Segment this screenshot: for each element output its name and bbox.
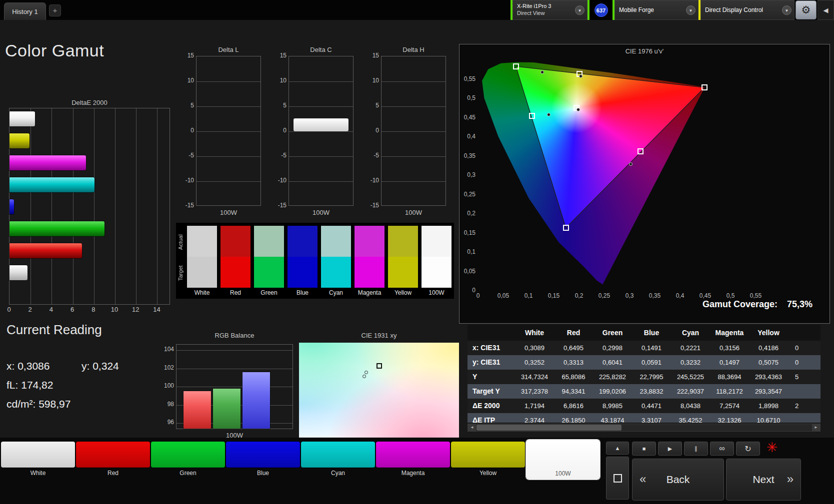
deltae-bar-blue — [10, 199, 14, 214]
continuous-button[interactable]: ∞ — [710, 442, 734, 456]
x-tick: 0,4 — [676, 292, 684, 299]
table-cell: 0,1491 — [632, 341, 671, 355]
play-button[interactable]: ▶ — [658, 442, 682, 456]
error-asterisk-icon[interactable]: ✳ — [764, 440, 780, 456]
y-tick: -15 — [278, 202, 286, 209]
page-title: Color Gamut — [5, 41, 104, 60]
deltae-x-axis: 02468101214 — [9, 306, 170, 314]
patch-label: Green — [151, 470, 225, 477]
patch-button-green[interactable] — [151, 442, 225, 468]
collapse-panel-button[interactable]: ◀ — [818, 0, 834, 20]
y-tick: 0,4 — [460, 133, 476, 140]
scrollbar-thumb[interactable] — [476, 425, 622, 431]
stop-icon: ■ — [642, 446, 646, 452]
gridline — [94, 108, 94, 304]
rgb-balance-title: RGB Balance — [176, 332, 293, 339]
top-bar-controls: X-Rite i1Pro 3 Direct View ▼ 637 Mobile … — [510, 0, 834, 20]
swatch-target — [321, 257, 351, 288]
loop-button[interactable]: ↻ — [736, 442, 760, 456]
swatch-label: Yellow — [388, 288, 418, 298]
cie-1931-field — [299, 343, 459, 438]
table-cell: 10,6710 — [749, 413, 788, 423]
table-cell: 35,4252 — [671, 413, 710, 423]
x-tick: 14 — [153, 306, 160, 313]
square-icon — [614, 474, 622, 483]
stop-button[interactable]: ■ — [632, 442, 656, 456]
y-tick: 10 — [278, 77, 286, 84]
table-cell: 1,8998 — [749, 399, 788, 413]
delta-x-label: 100W — [288, 209, 354, 216]
y-tick: 0 — [185, 127, 194, 134]
x-tick: 0,2 — [575, 292, 584, 299]
display-control-dropdown[interactable]: Direct Display Control ▼ — [700, 0, 794, 20]
table-horizontal-scrollbar[interactable]: ◄ ► — [468, 424, 820, 432]
column-header-red: Red — [554, 325, 593, 341]
patch-button-yellow[interactable] — [451, 442, 525, 468]
table-cell: 222,9037 — [671, 384, 710, 399]
tab-history[interactable]: History 1 — [4, 2, 46, 20]
x-tick: 0,15 — [548, 292, 560, 299]
patch-size-up-button[interactable]: ▲ — [606, 442, 629, 455]
pause-button[interactable]: ∥ — [684, 442, 708, 456]
patch-button-magenta[interactable] — [376, 442, 450, 468]
patch-window-button[interactable] — [606, 457, 629, 500]
table-cell-clipped — [788, 384, 820, 399]
patch-button-white[interactable] — [1, 442, 75, 468]
delta-chart-title: Delta H — [381, 46, 446, 53]
y-tick: 5 — [185, 102, 194, 109]
chevron-left-icon: ◀ — [824, 6, 828, 14]
table-body: x: CIE310,30890,64950,29980,14910,22210,… — [468, 341, 820, 423]
back-button[interactable]: « Back — [632, 459, 724, 501]
table-cell: 2,3744 — [515, 413, 554, 423]
measured-marker-icon — [629, 162, 632, 166]
table-cell: 65,8086 — [554, 370, 593, 384]
swatch-yellow: Yellow — [388, 226, 418, 298]
table-cell-clipped — [788, 413, 820, 423]
patch-button-red[interactable] — [76, 442, 150, 468]
patch-button-100w[interactable]: 100W — [526, 440, 600, 480]
patch-button-blue[interactable] — [226, 442, 300, 468]
row-label: ΔE ITP — [468, 413, 515, 423]
x-tick: 0,3 — [626, 292, 634, 299]
table-cell: 94,3341 — [554, 384, 593, 399]
swatch-target — [354, 257, 384, 288]
source-dropdown[interactable]: Mobile Forge ▼ — [614, 0, 698, 20]
swatch-actual — [254, 226, 284, 257]
table-cell: 293,3547 — [749, 384, 788, 399]
scroll-right-icon[interactable]: ► — [812, 424, 820, 431]
swatch-actual — [321, 226, 351, 257]
patch-label: Magenta — [376, 470, 450, 477]
x-tick: 0,45 — [700, 292, 711, 299]
x-tick: 8 — [92, 306, 95, 313]
table-cell: 0,3232 — [671, 355, 710, 370]
y-tick: -10 — [370, 177, 379, 184]
swatch-actual — [288, 226, 318, 257]
delta-bar — [294, 118, 348, 131]
gridline — [52, 108, 52, 304]
meter-dropdown[interactable]: X-Rite i1Pro 3 Direct View ▼ — [512, 0, 588, 20]
actual-target-swatches: Actual Target WhiteRedGreenBlueCyanMagen… — [176, 223, 454, 299]
gridline — [289, 106, 353, 107]
row-label: y: CIE31 — [468, 355, 515, 370]
chevrons-right-icon: » — [787, 459, 794, 499]
y-tick: 5 — [278, 102, 286, 109]
delta-plot-area — [288, 56, 354, 206]
swatch-label: Magenta — [354, 288, 384, 298]
scroll-left-icon[interactable]: ◄ — [468, 424, 476, 431]
delta-chart-title: Delta L — [196, 46, 261, 53]
target-marker-icon — [513, 63, 519, 69]
settings-button[interactable]: ⚙ — [796, 0, 816, 19]
table-cell: 0,0591 — [632, 355, 671, 370]
gridline — [196, 106, 260, 107]
add-tab-button[interactable]: + — [49, 4, 61, 16]
gridline — [176, 369, 292, 369]
patch-button-cyan[interactable] — [301, 442, 375, 468]
reading-fl: fL: 174,82 — [6, 379, 53, 391]
swatch-red: Red — [220, 226, 250, 298]
x-tick: 0 — [7, 306, 10, 313]
x-tick: 6 — [70, 306, 74, 313]
next-button[interactable]: Next » — [726, 459, 801, 501]
table-cell: 43,1874 — [593, 413, 632, 423]
y-tick: 0,55 — [460, 75, 476, 82]
table-cell: 8,0438 — [671, 399, 710, 413]
